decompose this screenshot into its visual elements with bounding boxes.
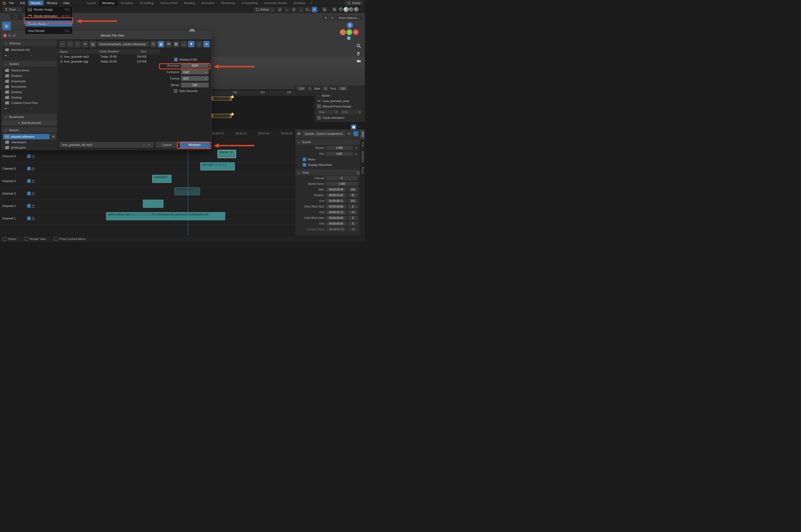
dope-summary-strip[interactable] — [212, 96, 232, 101]
gizmo-x[interactable]: X — [353, 29, 359, 35]
lock-icon[interactable] — [32, 154, 35, 158]
ws-geonodes[interactable]: Geometry Nodes — [261, 0, 290, 6]
start-tc-input[interactable]: 00:00:05:09 — [326, 188, 346, 192]
system-item[interactable]: Creative Cloud Files — [3, 100, 56, 106]
display-thumb-button[interactable] — [173, 41, 179, 48]
seq-clip-onzone[interactable]: onZone.mp3 | — [174, 187, 200, 195]
nav-refresh-button[interactable]: ⟳ — [82, 41, 89, 48]
cancel-button[interactable]: Cancel — [156, 141, 178, 148]
channel-mute[interactable]: ✓ — [27, 216, 31, 220]
pan-input[interactable]: 0.00 — [326, 152, 353, 156]
hos-tc-input[interactable]: 00:00:00:00 — [326, 216, 346, 220]
volumes-header[interactable]: Volumes — [2, 40, 57, 46]
keyframe-dot[interactable]: ● — [355, 152, 358, 156]
menu-edit[interactable]: Edit — [17, 1, 28, 5]
hoe-tc-input[interactable]: 00:00:00:00 — [326, 222, 346, 226]
stopwatch-icon[interactable] — [308, 87, 312, 90]
hoe-f-input[interactable]: 0 — [348, 222, 358, 226]
traffic-close[interactable] — [3, 34, 6, 37]
seq-clip-quests[interactable]: Quests - Q — [217, 150, 236, 158]
system-item[interactable]: Dropbox — [3, 73, 56, 78]
system-header[interactable]: System — [2, 61, 57, 66]
ws-add-button[interactable]: + — [308, 0, 314, 6]
tool-select-box[interactable] — [2, 22, 11, 30]
file-row[interactable]: love_granade.ogg Today 15:04 115 KB — [58, 59, 160, 64]
recent-header[interactable]: Recent — [2, 127, 57, 133]
system-item[interactable]: Documents — [3, 84, 56, 89]
start-f-input[interactable]: 159 — [348, 188, 358, 192]
overlays-toggle[interactable] — [322, 7, 327, 12]
ws-shading[interactable]: Shading — [181, 0, 198, 6]
tab-proxy[interactable]: Proxy — [360, 165, 365, 176]
recent-remove-button[interactable]: ✕ — [51, 134, 56, 139]
split-channels-checkbox[interactable] — [174, 89, 177, 93]
render-image-item[interactable]: Render ImageF12 — [25, 6, 72, 13]
ws-compositing[interactable]: Compositing — [238, 0, 261, 6]
camera-icon[interactable] — [356, 58, 362, 64]
tab-strip[interactable]: Strip — [360, 129, 365, 140]
bookmarks-header[interactable]: Bookmarks — [2, 114, 57, 120]
container-select[interactable]: mp3 — [181, 70, 209, 74]
snap-toggle[interactable] — [277, 7, 283, 12]
nav-gizmo[interactable]: Z Y X . — [340, 22, 359, 41]
seq-clip-c2[interactable] — [143, 200, 164, 208]
display-detail-button[interactable] — [165, 41, 172, 48]
seq-clip-pedestal[interactable]: pedestalCli — [152, 175, 172, 183]
seq-preview-shading[interactable] — [351, 125, 356, 130]
xray-toggle[interactable] — [332, 7, 337, 12]
mode-select[interactable]: Pose⌄ — [2, 7, 23, 12]
channel-mute[interactable]: ✓ — [27, 167, 31, 170]
recent-item[interactable]: sounds-reference — [3, 134, 50, 139]
settings-button[interactable] — [203, 41, 210, 48]
pan-icon[interactable] — [356, 51, 362, 56]
dope-action-strip[interactable] — [212, 114, 232, 118]
gizmo-neg[interactable]: . — [340, 29, 346, 35]
search-button[interactable] — [150, 41, 157, 48]
volume-expand[interactable]: ▸⠶ — [3, 53, 56, 58]
filename-decrement[interactable]: − — [141, 143, 146, 146]
channel-mute[interactable]: ✓ — [27, 179, 31, 183]
system-item[interactable]: Desktop — [3, 95, 56, 100]
channel-input[interactable]: 6 — [326, 176, 358, 180]
action-panel-header[interactable]: Action — [317, 93, 362, 98]
zoom-icon[interactable] — [356, 43, 362, 49]
tab-modifiers[interactable]: Modifiers — [360, 149, 365, 165]
volume-input[interactable]: 1.000 — [326, 146, 353, 150]
traffic-max[interactable] — [13, 34, 16, 37]
sos-tc-input[interactable]: 00:00:00:00 — [326, 205, 346, 209]
col-date-header[interactable]: Date Modified — [100, 50, 130, 53]
file-row[interactable]: love_granade.mp3 Today 15:06 154 KB — [58, 54, 160, 59]
menu-help[interactable]: Help — [61, 1, 72, 5]
seq-clip-platform[interactable]: platformMotor.mp3 | //../../../../../../… — [106, 212, 225, 220]
format-select[interactable]: S16 — [181, 76, 209, 81]
menu-render[interactable]: Render — [28, 1, 43, 5]
action-end-input[interactable]: End0 — [340, 110, 362, 114]
filename-increment[interactable]: + — [147, 143, 151, 146]
mixdown-button[interactable]: Mixdown — [180, 141, 210, 148]
seq-clip-shot[interactable]: shot.mp3 | //../../../../.. — [200, 163, 235, 170]
scene-selector[interactable]: Scene — [344, 1, 363, 5]
view-render-item[interactable]: View RenderF11 — [25, 28, 72, 34]
nav-back-button[interactable]: ← — [59, 41, 66, 48]
filename-input[interactable]: love_granade_sfx.mp3−+ — [59, 142, 154, 148]
current-frame[interactable]: 119 — [297, 86, 306, 91]
snap-type[interactable]: ⌄ — [284, 7, 289, 12]
nav-forward-button[interactable]: → — [67, 41, 73, 48]
ws-uv[interactable]: UV Editing — [136, 0, 157, 6]
filter-options[interactable]: ⌄ — [196, 41, 202, 48]
new-folder-button[interactable] — [90, 41, 96, 48]
display-options[interactable]: ⌄ — [180, 41, 187, 48]
select-mode-options[interactable] — [10, 14, 22, 20]
gizmo-neg2[interactable] — [347, 36, 351, 40]
strip-color-button[interactable] — [354, 131, 358, 136]
action-start-input[interactable]: Start0 — [317, 110, 339, 114]
mono-checkbox[interactable]: ✓ — [303, 157, 306, 161]
nav-up-button[interactable]: ↑ — [74, 41, 81, 48]
channel-mute[interactable]: ✓ — [27, 192, 31, 195]
shading-rendered[interactable] — [354, 7, 359, 12]
start-frame-input[interactable]: 0 — [323, 86, 328, 91]
col-size-header[interactable]: Size — [130, 50, 147, 53]
lock-icon[interactable] — [32, 204, 35, 208]
lock-icon[interactable] — [357, 171, 360, 174]
filter-button[interactable] — [188, 41, 194, 48]
